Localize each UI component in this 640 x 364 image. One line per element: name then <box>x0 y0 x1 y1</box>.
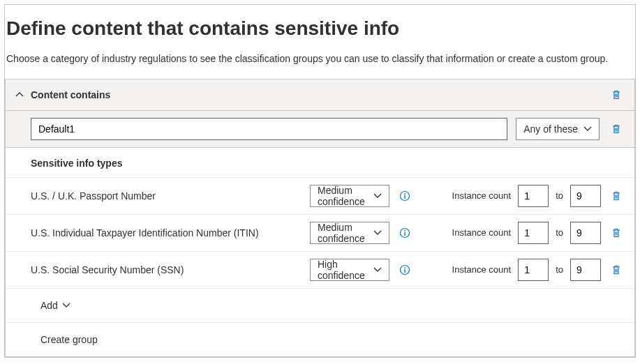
svg-rect-5 <box>404 232 405 236</box>
panel-title: Content contains <box>31 89 601 100</box>
confidence-dropdown[interactable]: High confidence <box>310 259 389 281</box>
match-mode-value: Any of these <box>523 123 578 135</box>
to-label: to <box>556 264 563 275</box>
instance-min-input[interactable] <box>518 222 549 244</box>
instance-min-input[interactable] <box>518 185 549 207</box>
instance-max-input[interactable] <box>570 259 601 281</box>
add-button[interactable]: Add <box>40 300 70 311</box>
match-mode-dropdown[interactable]: Any of these <box>516 118 600 140</box>
instance-max-input[interactable] <box>570 222 601 244</box>
instance-count-label: Instance count <box>452 227 512 238</box>
confidence-dropdown[interactable]: Medium confidence <box>310 222 389 244</box>
instance-min-input[interactable] <box>518 259 549 281</box>
delete-row-button[interactable] <box>608 261 625 278</box>
sensitive-info-subheader: Sensitive info types <box>6 148 634 177</box>
add-button-label: Add <box>40 300 58 311</box>
delete-row-button[interactable] <box>608 188 625 204</box>
trash-icon <box>611 89 622 100</box>
svg-point-1 <box>404 193 405 195</box>
add-row: Add <box>6 288 634 322</box>
instance-max-input[interactable] <box>570 185 601 207</box>
create-group-row: Create group <box>6 322 634 356</box>
row-label: U.S. / U.K. Passport Number <box>31 190 303 202</box>
chevron-down-icon <box>373 227 382 238</box>
chevron-down-icon <box>62 300 70 311</box>
page-title: Define content that contains sensitive i… <box>5 17 635 40</box>
chevron-down-icon <box>583 123 592 135</box>
group-name-input[interactable] <box>31 118 507 140</box>
confidence-value: Medium confidence <box>318 222 373 244</box>
sensitive-info-row: U.S. / U.K. Passport Number Medium confi… <box>6 177 634 214</box>
panel-header: Content contains <box>6 79 634 111</box>
confidence-value: High confidence <box>318 259 373 281</box>
chevron-up-icon[interactable] <box>15 91 24 99</box>
instance-count-label: Instance count <box>452 190 512 201</box>
confidence-value: Medium confidence <box>318 185 373 207</box>
trash-icon <box>611 227 622 238</box>
create-group-button[interactable]: Create group <box>40 334 98 345</box>
trash-icon <box>611 264 622 275</box>
delete-row-button[interactable] <box>608 225 625 241</box>
trash-icon <box>611 123 622 135</box>
svg-point-7 <box>404 267 405 268</box>
delete-group-button[interactable] <box>608 121 625 137</box>
info-icon[interactable] <box>399 227 410 238</box>
sensitive-info-row: U.S. Social Security Number (SSN) High c… <box>6 251 634 288</box>
confidence-dropdown[interactable]: Medium confidence <box>310 185 389 207</box>
chevron-down-icon <box>373 264 382 275</box>
info-icon[interactable] <box>399 264 410 275</box>
info-icon[interactable] <box>399 190 410 202</box>
group-bar: Any of these <box>6 111 634 148</box>
to-label: to <box>556 190 563 201</box>
row-label: U.S. Individual Taxpayer Identification … <box>31 227 303 238</box>
row-label: U.S. Social Security Number (SSN) <box>31 264 303 275</box>
instance-count-label: Instance count <box>452 264 512 275</box>
content-contains-panel: Content contains Any of these Sensitive … <box>5 79 635 357</box>
to-label: to <box>556 227 563 238</box>
delete-panel-button[interactable] <box>608 86 625 103</box>
svg-point-4 <box>404 230 405 232</box>
chevron-down-icon <box>373 190 382 202</box>
page-intro: Choose a category of industry regulation… <box>5 52 635 66</box>
trash-icon <box>611 190 622 202</box>
svg-rect-2 <box>404 195 405 199</box>
sensitive-info-row: U.S. Individual Taxpayer Identification … <box>6 214 634 251</box>
svg-rect-8 <box>404 269 405 273</box>
